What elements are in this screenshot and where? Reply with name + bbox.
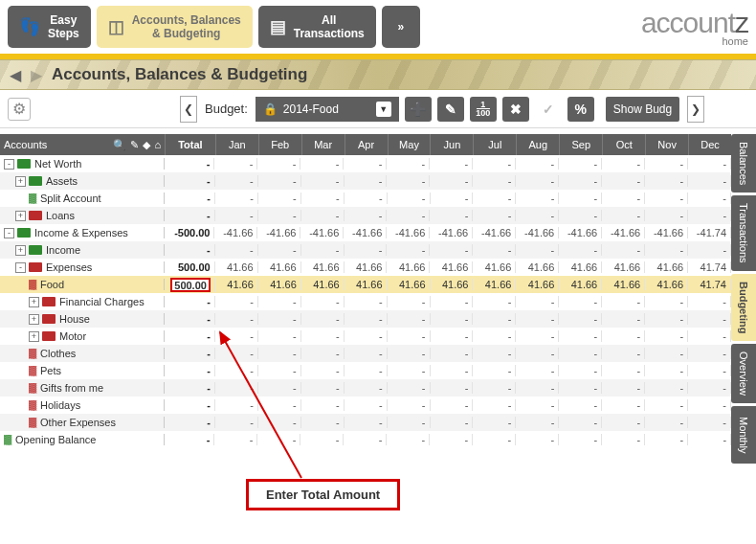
cell-jun[interactable]: - — [431, 348, 474, 359]
tree-cell[interactable]: ▓Clothes — [0, 348, 165, 359]
cell-oct[interactable]: - — [602, 175, 645, 187]
cell-jul[interactable]: - — [473, 330, 516, 342]
nav-accounts[interactable]: ◫ Accounts, Balances & Budgeting — [97, 6, 253, 48]
cell-dec[interactable]: - — [688, 382, 731, 394]
cell-may[interactable]: 41.66 — [387, 261, 430, 273]
row-gifts-from-me[interactable]: ▓Gifts from me------------- — [0, 379, 731, 397]
cell-sep[interactable]: - — [559, 434, 602, 445]
tree-cell[interactable]: ▓Gifts from me — [0, 382, 165, 394]
cell-aug[interactable]: - — [516, 175, 559, 187]
toggle-button[interactable]: - — [15, 262, 26, 273]
cell-oct[interactable]: - — [602, 193, 645, 204]
cell-jan[interactable]: - — [215, 313, 258, 325]
cell-oct[interactable]: - — [602, 382, 645, 394]
tree-cell[interactable]: +Motor — [0, 330, 165, 342]
percent-button[interactable]: % — [567, 97, 594, 122]
side-tab-overview[interactable]: Overview — [731, 344, 756, 403]
cell-jan[interactable]: - — [215, 382, 258, 394]
cell-may[interactable]: - — [387, 434, 430, 445]
cell-feb[interactable]: - — [258, 244, 301, 256]
cell-nov[interactable]: - — [645, 382, 688, 394]
cell-mar[interactable]: - — [301, 348, 345, 359]
cell-jan[interactable]: - — [215, 175, 258, 187]
toggle-button[interactable]: + — [29, 331, 39, 342]
cell-mar[interactable]: - — [300, 434, 344, 445]
collapse-icon[interactable]: ⌂ — [154, 139, 161, 151]
cell-jan[interactable]: - — [215, 348, 258, 359]
cell-dec[interactable]: 41.74 — [688, 279, 731, 290]
cell-total[interactable]: - — [165, 365, 215, 376]
forward-button[interactable]: ▶ — [31, 66, 42, 84]
row-income[interactable]: +Income------------- — [0, 241, 731, 259]
cell-aug[interactable]: - — [516, 330, 559, 342]
row-food[interactable]: ▓Food500.0041.6641.6641.6641.6641.6641.6… — [0, 276, 731, 293]
search-icon[interactable]: 🔍 — [113, 139, 126, 151]
cell-nov[interactable]: - — [645, 313, 688, 325]
cell-jul[interactable]: - — [473, 382, 516, 394]
col-oct[interactable]: Oct — [602, 134, 645, 155]
budget-prev[interactable]: ❮ — [180, 96, 197, 123]
cell-dec[interactable]: - — [688, 244, 731, 256]
cell-total[interactable]: - — [165, 382, 215, 394]
cell-aug[interactable]: - — [516, 210, 559, 221]
cell-aug[interactable]: - — [516, 417, 559, 428]
cell-aug[interactable]: - — [516, 434, 559, 445]
cell-nov[interactable]: - — [645, 434, 688, 445]
cell-dec[interactable]: - — [688, 158, 731, 170]
cell-feb[interactable]: - — [258, 417, 301, 428]
cell-sep[interactable]: - — [559, 244, 602, 256]
cell-apr[interactable]: 41.66 — [345, 279, 388, 290]
cell-aug[interactable]: 41.66 — [516, 261, 559, 273]
cell-nov[interactable]: -41.66 — [645, 227, 688, 238]
toggle-button[interactable]: - — [4, 228, 14, 238]
cell-apr[interactable]: - — [345, 330, 388, 342]
tree-cell[interactable]: -Income & Expenses — [0, 227, 165, 238]
cell-mar[interactable]: - — [301, 417, 345, 428]
cell-oct[interactable]: - — [602, 365, 645, 376]
cell-sep[interactable]: 41.66 — [559, 261, 602, 273]
cell-may[interactable]: - — [388, 193, 431, 204]
cell-jan[interactable]: 41.66 — [215, 279, 258, 290]
side-tab-monthly[interactable]: Monthly — [731, 406, 756, 464]
cell-mar[interactable]: - — [301, 244, 345, 256]
cell-dec[interactable]: - — [688, 365, 731, 376]
edit-budget-button[interactable]: ✎ — [437, 97, 464, 122]
cell-sep[interactable]: - — [559, 330, 602, 342]
cell-dec[interactable]: - — [688, 193, 731, 204]
col-feb[interactable]: Feb — [258, 134, 301, 155]
cell-jan[interactable]: - — [215, 399, 258, 411]
nav-all-transactions[interactable]: ▤ All Transactions — [258, 6, 376, 48]
tree-cell[interactable]: +House — [0, 313, 165, 325]
cell-oct[interactable]: 41.66 — [602, 279, 645, 290]
cell-jun[interactable]: - — [431, 399, 474, 411]
col-sep[interactable]: Sep — [559, 134, 602, 155]
cell-total[interactable]: - — [165, 434, 215, 445]
cell-jun[interactable]: - — [430, 175, 473, 187]
cell-may[interactable]: - — [388, 417, 431, 428]
settings-button[interactable]: ⚙ — [8, 98, 31, 121]
cell-total[interactable]: - — [165, 417, 215, 428]
cell-nov[interactable]: - — [645, 244, 688, 256]
cell-mar[interactable]: - — [301, 382, 345, 394]
cell-total[interactable]: 500.00 — [165, 261, 215, 273]
cell-oct[interactable]: - — [602, 434, 645, 445]
cell-sep[interactable]: -41.66 — [559, 227, 602, 238]
row-opening-balance[interactable]: ▓Opening Balance------------- — [0, 431, 731, 448]
cell-oct[interactable]: - — [602, 348, 645, 359]
cell-jul[interactable]: - — [473, 193, 516, 204]
cell-total[interactable]: - — [165, 193, 215, 204]
cell-may[interactable]: - — [388, 382, 431, 394]
nav-more[interactable]: » — [382, 6, 420, 48]
cell-feb[interactable]: 41.66 — [258, 279, 301, 290]
cell-apr[interactable]: - — [345, 417, 388, 428]
col-jan[interactable]: Jan — [215, 134, 258, 155]
cell-total[interactable]: - — [165, 244, 215, 256]
budget-next[interactable]: ❯ — [687, 96, 704, 123]
col-apr[interactable]: Apr — [345, 134, 388, 155]
cell-mar[interactable]: -41.66 — [300, 227, 344, 238]
cell-dec[interactable]: - — [688, 434, 731, 445]
tree-cell[interactable]: ▓Other Expenses — [0, 417, 165, 428]
cell-feb[interactable]: - — [258, 210, 301, 221]
cell-mar[interactable]: - — [300, 158, 344, 170]
cell-may[interactable]: - — [387, 244, 430, 256]
